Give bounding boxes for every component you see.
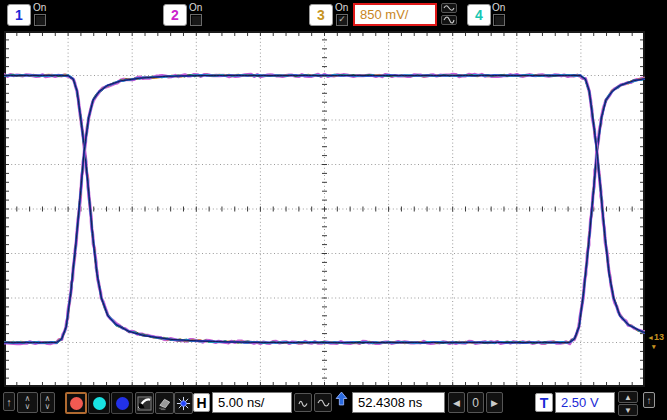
blue-circle-icon xyxy=(116,397,129,410)
trigger-level-up-button[interactable]: ▲ xyxy=(618,391,638,403)
channel3-number: 3 xyxy=(317,7,325,23)
marker-left-arrow-icon: ◄ xyxy=(647,334,654,341)
left-triangle-icon: ◀ xyxy=(453,398,460,408)
channel3-on-label: On xyxy=(335,2,348,13)
channel4-number: 4 xyxy=(475,7,483,23)
red-circle-icon xyxy=(70,397,83,410)
trigger-level-down-button[interactable]: ▼ xyxy=(618,404,638,416)
channel3-button[interactable]: 3 xyxy=(309,4,333,26)
channel3-scale-fine-down-button[interactable] xyxy=(441,15,457,25)
marker-ground-icon: ▾ xyxy=(647,343,656,350)
channel4-on-label: On xyxy=(492,2,505,13)
channel2-number: 2 xyxy=(171,7,179,23)
horizontal-position-field[interactable]: 52.4308 ns xyxy=(352,392,445,413)
timebase-fine-down-button[interactable] xyxy=(294,393,312,412)
trigger-level-value: 2.50 V xyxy=(561,395,599,410)
channel2-on-label: On xyxy=(189,2,202,13)
small-sine-icon xyxy=(443,4,455,12)
oscilloscope-screen: 1 On 2 On 3 On ✓ 850 mV/ 4 On xyxy=(0,0,667,420)
position-right-button[interactable]: ▶ xyxy=(486,392,503,413)
channel3-on-checkbox[interactable]: ✓ xyxy=(336,14,348,26)
display-mode-button[interactable] xyxy=(135,392,154,414)
channel4-button[interactable]: 4 xyxy=(467,4,491,26)
right-triangle-icon: ▶ xyxy=(491,398,498,408)
marker-label: 13 xyxy=(654,332,664,342)
display-mode-icon xyxy=(137,396,152,411)
clear-display-button[interactable] xyxy=(155,392,174,414)
channel4-on-checkbox[interactable] xyxy=(493,14,505,26)
chevron-down-icon: ∨ xyxy=(45,403,51,411)
timebase-value: 5.00 ns/ xyxy=(218,395,264,410)
cyan-circle-icon xyxy=(93,397,106,410)
large-sine-icon xyxy=(317,398,330,408)
chevron-down-icon: ∨ xyxy=(25,403,31,411)
up-arrow-icon: ↑ xyxy=(647,395,652,406)
small-sine-icon xyxy=(297,398,309,408)
color-cyan-button[interactable] xyxy=(88,392,110,414)
zero-label: 0 xyxy=(472,396,479,410)
timebase-fine-up-button[interactable] xyxy=(314,393,332,412)
blue-up-arrow-icon xyxy=(335,391,348,406)
horizontal-position-value: 52.4308 ns xyxy=(358,395,422,410)
channel3-scale-fine-up-button[interactable] xyxy=(441,3,457,13)
bottom-bar: ↑ ∧ ∨ ∧ ∨ xyxy=(0,389,667,420)
horizontal-section-label: H xyxy=(193,393,210,412)
channel1-on-checkbox[interactable] xyxy=(34,14,46,26)
brightness-button[interactable] xyxy=(174,392,193,414)
trigger-position-indicator[interactable] xyxy=(335,391,348,406)
down-triangle-icon: ▼ xyxy=(624,406,632,415)
channel-ground-marker: ◄13 ▾ xyxy=(647,333,664,351)
scroll-up-right-button[interactable]: ↑ xyxy=(643,392,655,408)
up-arrow-icon: ↑ xyxy=(6,396,12,408)
vertical-spinner-large[interactable]: ∧ ∨ xyxy=(17,392,38,413)
channel1-button[interactable]: 1 xyxy=(7,4,31,26)
up-triangle-icon: ▲ xyxy=(624,393,632,402)
channel3-scale-field[interactable]: 850 mV/ xyxy=(353,3,437,26)
color-blue-button[interactable] xyxy=(111,392,133,414)
top-bar: 1 On 2 On 3 On ✓ 850 mV/ 4 On xyxy=(0,0,667,30)
h-label: H xyxy=(196,395,206,411)
check-icon: ✓ xyxy=(338,14,346,24)
brightness-icon xyxy=(176,396,191,411)
channel1-on-label: On xyxy=(33,2,46,13)
waveform-plot xyxy=(4,31,645,387)
channel1-number: 1 xyxy=(15,7,23,23)
position-left-button[interactable]: ◀ xyxy=(448,392,465,413)
timebase-field[interactable]: 5.00 ns/ xyxy=(212,392,292,413)
trigger-section-label: T xyxy=(535,393,553,412)
large-sine-icon xyxy=(443,16,455,24)
vertical-spinner-small[interactable]: ∧ ∨ xyxy=(40,392,55,413)
position-zero-button[interactable]: 0 xyxy=(467,392,484,413)
eraser-icon xyxy=(157,396,172,411)
channel2-button[interactable]: 2 xyxy=(163,4,187,26)
color-red-button[interactable] xyxy=(65,392,87,414)
trigger-level-field[interactable]: 2.50 V xyxy=(555,392,615,413)
t-label: T xyxy=(540,395,549,411)
channel2-on-checkbox[interactable] xyxy=(190,14,202,26)
scroll-up-left-button[interactable]: ↑ xyxy=(3,392,15,411)
channel3-scale-value: 850 mV/ xyxy=(360,7,408,22)
